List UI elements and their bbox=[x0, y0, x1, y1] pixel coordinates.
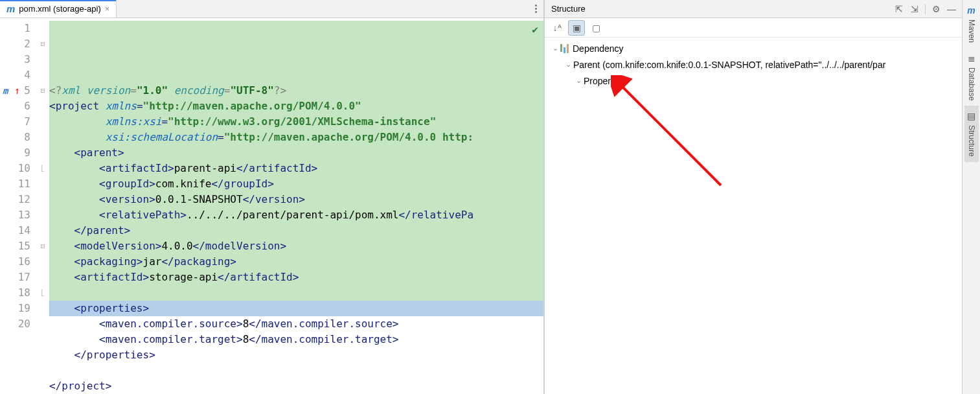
tab-menu-icon[interactable] bbox=[528, 0, 543, 17]
tree-row-dependency[interactable]: ⌄ Dependency bbox=[545, 40, 962, 56]
database-icon: ≣ bbox=[968, 53, 975, 64]
chevron-down-icon[interactable]: ⌄ bbox=[573, 76, 584, 85]
annotation-arrow-icon bbox=[611, 75, 727, 192]
arrow-up-icon: ↑ bbox=[14, 83, 20, 98]
autoscroll-to-source-icon[interactable]: ▣ bbox=[568, 20, 585, 36]
editor-tabbar: m pom.xml (storage-api) × bbox=[0, 0, 543, 18]
fold-icon[interactable]: ⊟ bbox=[36, 238, 49, 254]
inspection-ok-icon[interactable]: ✔ bbox=[532, 22, 538, 38]
maven-marker-icon[interactable]: m bbox=[3, 83, 8, 98]
editor-body[interactable]: 1 2 3 4 m ↑ 5 6 7 8 9 10 11 12 13 14 15 bbox=[0, 18, 543, 394]
dependency-icon bbox=[560, 44, 569, 53]
hide-icon[interactable]: — bbox=[944, 1, 959, 17]
maven-icon: m bbox=[967, 5, 975, 16]
fold-end-icon[interactable]: ⎣ bbox=[36, 285, 49, 301]
editor-tab-pom[interactable]: m pom.xml (storage-api) × bbox=[0, 0, 117, 17]
fold-end-icon[interactable]: ⎣ bbox=[36, 161, 49, 176]
settings-icon[interactable]: ⚙ bbox=[928, 1, 944, 17]
tab-label: pom.xml (storage-api) bbox=[19, 4, 100, 14]
fold-icon[interactable]: ⊟ bbox=[36, 36, 49, 52]
tool-maven[interactable]: m Maven bbox=[964, 0, 979, 48]
tree-row-properties[interactable]: ⌄ Properties bbox=[545, 73, 962, 89]
structure-tree[interactable]: ⌄ Dependency ⌄ Parent (com.knife:com.kni… bbox=[545, 38, 962, 394]
structure-title: Structure bbox=[551, 4, 891, 14]
structure-toolbar: ↓ᴬ ▣ ▢ bbox=[545, 18, 962, 38]
collapse-all-icon[interactable]: ⇲ bbox=[907, 1, 922, 17]
fold-gutter: ⊟ ⊟ ⎣ ⊟ ⎣ bbox=[36, 18, 49, 394]
svg-line-0 bbox=[620, 84, 721, 185]
tool-database[interactable]: ≣ Database bbox=[964, 48, 979, 106]
expand-all-icon[interactable]: ⇱ bbox=[891, 1, 907, 17]
sort-alpha-icon[interactable]: ↓ᴬ bbox=[549, 20, 565, 36]
fold-icon[interactable]: ⊟ bbox=[36, 83, 49, 98]
right-toolwindow-bar: m Maven ≣ Database ▤ Structure bbox=[962, 0, 980, 394]
maven-file-icon: m bbox=[6, 3, 15, 14]
tool-structure[interactable]: ▤ Structure bbox=[964, 106, 979, 162]
structure-panel: Structure ⇱ ⇲ ⚙ — ↓ᴬ ▣ ▢ ⌄ Dependency ⌄ … bbox=[545, 0, 962, 394]
chevron-down-icon[interactable]: ⌄ bbox=[563, 60, 573, 69]
code-area[interactable]: ✔ <?xml version="1.0" encoding="UTF-8"?>… bbox=[49, 18, 543, 394]
tree-row-parent[interactable]: ⌄ Parent (com.knife:com.knife:0.0.1-SNAP… bbox=[545, 56, 962, 73]
line-gutter: 1 2 3 4 m ↑ 5 6 7 8 9 10 11 12 13 14 15 bbox=[0, 18, 36, 394]
close-icon[interactable]: × bbox=[105, 4, 110, 14]
structure-icon: ▤ bbox=[967, 111, 975, 121]
chevron-down-icon[interactable]: ⌄ bbox=[550, 44, 560, 52]
autoscroll-from-source-icon[interactable]: ▢ bbox=[587, 20, 604, 36]
editor-panel: m pom.xml (storage-api) × 1 2 3 4 m ↑ 5 … bbox=[0, 0, 543, 394]
